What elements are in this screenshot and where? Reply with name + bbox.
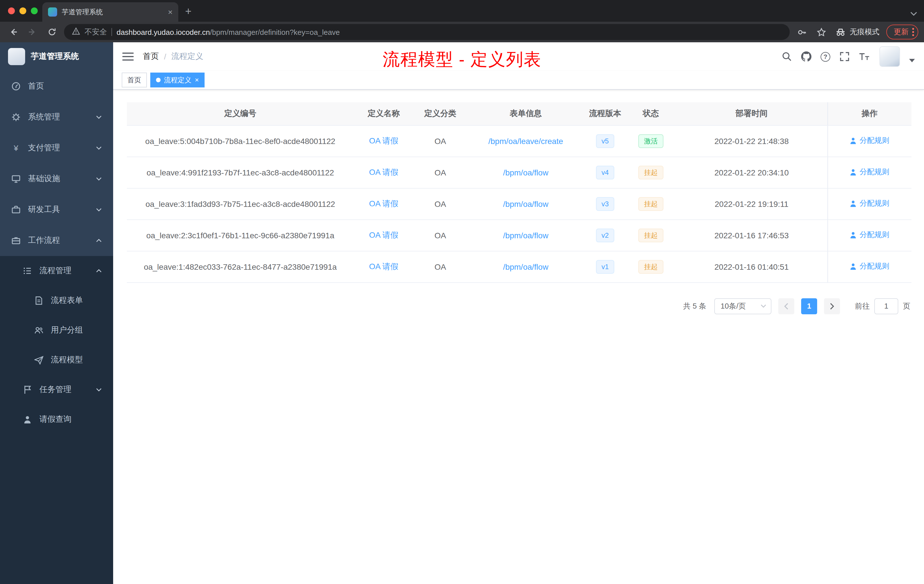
current-page-button[interactable]: 1 (801, 298, 817, 314)
sidebar-item-system[interactable]: 系统管理 (0, 102, 113, 133)
chrome-update-button[interactable]: 更新 (886, 25, 918, 40)
goto-page-input[interactable] (874, 298, 898, 314)
fullscreen-icon[interactable] (840, 51, 850, 62)
tab-favicon-icon (48, 7, 57, 16)
cell-category: OA (414, 157, 467, 188)
form-link[interactable]: /bpm/oa/flow (503, 168, 549, 177)
version-badge: v4 (596, 165, 614, 179)
forward-icon[interactable] (25, 25, 40, 40)
sidebar-item-infrastructure[interactable]: 基础设施 (0, 163, 113, 194)
form-link[interactable]: /bpm/oa/flow (503, 262, 549, 271)
sidebar-item-label: 流程管理 (40, 266, 71, 276)
sidebar-item-leave-query[interactable]: 请假查询 (0, 404, 113, 434)
sidebar-item-process-form[interactable]: 流程表单 (0, 286, 113, 315)
definition-name-link[interactable]: OA 请假 (369, 199, 399, 208)
table-row: oa_leave:3:1fad3d93-7b75-11ec-a3c8-acde4… (127, 188, 911, 219)
col-actions: 操作 (827, 102, 911, 125)
window-zoom-button[interactable] (31, 7, 38, 14)
url-host: dashboard.yudao.iocoder.cn (117, 28, 210, 36)
screen: 芋道管理系统 × + 不安全 dashboard.yudao.iocoder.c… (0, 0, 924, 584)
tab-search-icon[interactable] (910, 8, 917, 18)
status-badge: 激活 (638, 134, 663, 148)
sidebar-item-workflow[interactable]: 工作流程 (0, 225, 113, 256)
cell-definition-id: oa_leave:2:3c1f0ef1-76b1-11ec-9c66-a2380… (127, 219, 354, 251)
paper-plane-icon (34, 356, 43, 364)
reload-icon[interactable] (45, 25, 59, 40)
logo-title: 芋道管理系统 (31, 51, 79, 62)
cell-deploy-time: 2022-01-16 17:46:53 (676, 219, 827, 251)
search-icon[interactable] (782, 51, 792, 62)
col-definition-category: 定义分类 (414, 102, 467, 125)
tag-close-icon[interactable]: × (195, 77, 199, 83)
window-controls (8, 7, 38, 14)
col-definition-name: 定义名称 (354, 102, 414, 125)
github-icon[interactable] (801, 51, 812, 62)
incognito-label: 无痕模式 (850, 27, 879, 37)
sidebar-item-label: 研发工具 (28, 205, 60, 215)
sidebar-item-label: 支付管理 (28, 143, 60, 153)
caret-down-icon[interactable] (909, 59, 915, 62)
prev-page-button[interactable] (778, 298, 794, 314)
next-page-button[interactable] (824, 298, 840, 314)
sidebar-item-user-group[interactable]: 用户分组 (0, 315, 113, 345)
sidebar-item-process-model[interactable]: 流程模型 (0, 345, 113, 375)
address-bar[interactable]: 不安全 dashboard.yudao.iocoder.cn/bpm/manag… (64, 24, 790, 40)
definition-name-link[interactable]: OA 请假 (369, 167, 399, 176)
tab-close-icon[interactable]: × (168, 8, 173, 16)
new-tab-button[interactable]: + (185, 5, 191, 18)
sidebar-item-payment[interactable]: ¥ 支付管理 (0, 133, 113, 163)
browser-toolbar: 不安全 dashboard.yudao.iocoder.cn/bpm/manag… (0, 22, 924, 42)
breadcrumb-separator: / (164, 52, 166, 61)
version-badge: v5 (596, 134, 614, 148)
assign-rule-button[interactable]: 分配规则 (850, 261, 889, 272)
dashboard-icon (12, 82, 21, 91)
tag-process-definition[interactable]: 流程定义 × (150, 73, 205, 87)
app-window: 芋道管理系统 首页 系统管理 ¥ 支付管理 (0, 42, 924, 584)
form-link[interactable]: /bpm/oa/flow (503, 231, 549, 240)
pagination-total: 共 5 条 (683, 301, 706, 311)
sidebar-item-home[interactable]: 首页 (0, 71, 113, 102)
col-definition-id: 定义编号 (127, 102, 354, 125)
sidebar-item-process-management[interactable]: 流程管理 (0, 256, 113, 286)
version-badge: v2 (596, 228, 614, 242)
chevron-down-icon (96, 208, 102, 212)
toolbox-icon (12, 205, 21, 214)
user-avatar[interactable] (879, 46, 900, 67)
sidebar-logo[interactable]: 芋道管理系统 (0, 42, 113, 71)
form-link[interactable]: /bpm/oa/leave/create (488, 136, 563, 145)
cell-category: OA (414, 125, 467, 157)
assign-rule-button[interactable]: 分配规则 (850, 167, 889, 177)
person-icon (23, 415, 32, 424)
assign-rule-button[interactable]: 分配规则 (850, 230, 889, 240)
browser-tab[interactable]: 芋道管理系统 × (42, 2, 178, 22)
sidebar-item-task-management[interactable]: 任务管理 (0, 375, 113, 404)
definition-name-link[interactable]: OA 请假 (369, 261, 399, 271)
assign-rule-button[interactable]: 分配规则 (850, 199, 889, 209)
help-icon[interactable]: ? (820, 52, 830, 61)
hamburger-icon[interactable] (122, 53, 134, 61)
document-icon (34, 296, 43, 305)
person-icon (850, 231, 857, 239)
yen-icon: ¥ (12, 144, 21, 153)
sidebar-item-label: 工作流程 (28, 236, 60, 246)
window-close-button[interactable] (8, 7, 15, 14)
font-size-icon[interactable] (859, 52, 870, 61)
sidebar-item-label: 流程表单 (51, 295, 83, 306)
person-icon (850, 200, 857, 208)
back-icon[interactable] (6, 25, 21, 40)
goto-group: 前往 页 (855, 298, 910, 314)
password-key-icon[interactable] (794, 25, 809, 40)
tag-home[interactable]: 首页 (122, 73, 147, 87)
bookmark-star-icon[interactable] (814, 25, 828, 40)
status-badge: 挂起 (638, 228, 663, 242)
cell-category: OA (414, 188, 467, 219)
assign-rule-button[interactable]: 分配规则 (850, 136, 889, 146)
breadcrumb-home[interactable]: 首页 (143, 51, 159, 62)
form-link[interactable]: /bpm/oa/flow (503, 199, 549, 208)
window-minimize-button[interactable] (20, 7, 26, 14)
page-content: 定义编号 定义名称 定义分类 表单信息 流程版本 状态 部署时间 操作 oa_l (113, 90, 924, 584)
definition-name-link[interactable]: OA 请假 (369, 230, 399, 239)
definition-name-link[interactable]: OA 请假 (369, 136, 399, 145)
sidebar-item-devtools[interactable]: 研发工具 (0, 194, 113, 225)
page-size-select[interactable]: 10条/页 (714, 298, 771, 314)
